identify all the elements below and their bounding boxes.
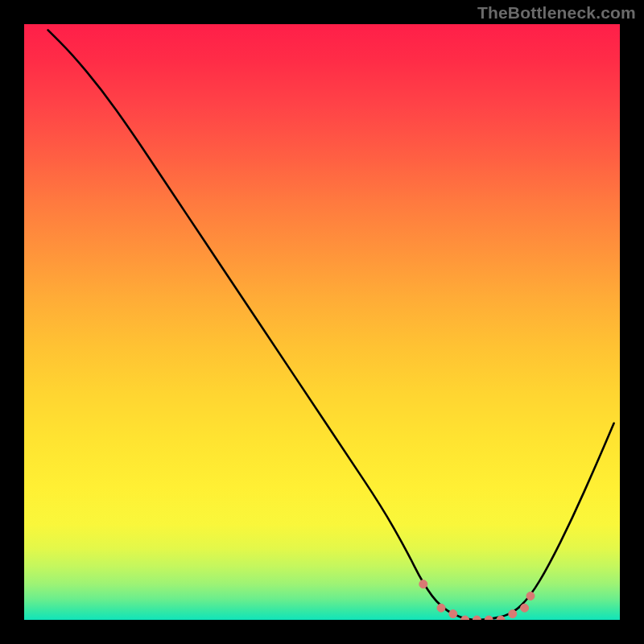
marker-dot — [509, 610, 517, 618]
plot-area — [24, 24, 620, 620]
chart-frame: TheBottleneck.com — [0, 0, 644, 644]
marker-dot — [521, 604, 529, 612]
marker-dot — [461, 616, 469, 620]
marker-dot — [437, 604, 445, 612]
chart-overlay — [24, 24, 620, 620]
marker-dot — [526, 592, 535, 600]
marker-dot — [419, 580, 427, 588]
marker-dot — [473, 616, 481, 620]
marker-dot — [449, 610, 457, 618]
watermark-text: TheBottleneck.com — [477, 3, 636, 23]
bottleneck-curve — [48, 30, 614, 620]
marker-dot — [485, 616, 493, 620]
